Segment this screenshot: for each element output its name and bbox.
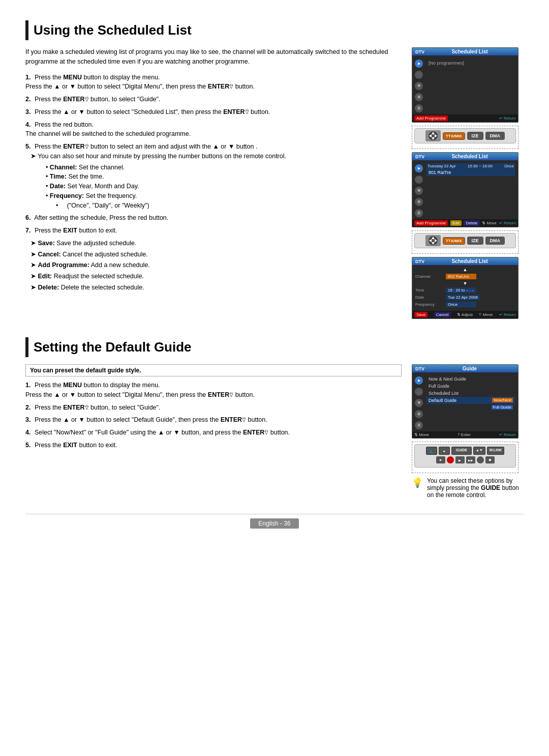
step-7-bold1: EXIT (63, 227, 77, 234)
dtv-s2-move: ⇅ Move (482, 221, 497, 225)
dtv-screen1-return: ↵ Return (499, 116, 516, 121)
step-2-num: 2. (25, 96, 30, 103)
step-5-sub1: Channel: Set the channel. (46, 163, 402, 172)
svg-point-5 (432, 134, 435, 137)
dtv-screen2-title: Scheduled List (451, 154, 487, 159)
remote-btn-wlink: W.LINK (487, 447, 505, 455)
dtv-s4-item3: Scheduled List (426, 390, 515, 397)
section1-right: DTV Scheduled List ▶ 🎵 ⚒ ⚙ ☰ [No program… (412, 47, 524, 322)
dtv-screen2-footer: Add Programme Edit Delete ⇅ Move ↵ Retur… (412, 219, 518, 227)
step-5-num: 5. (25, 143, 30, 150)
dtv-screen4-footer: ⇅ Move ⍢ Enter ↵ Return (412, 431, 518, 438)
remote-btn-ize2: IZE (467, 237, 483, 245)
dtv-icon2: 🎵 (415, 71, 423, 79)
remote-misc1: ■ (436, 456, 445, 463)
step-5-bold1: ENTER (63, 143, 84, 150)
dtv-s3-channel-label: Channel (415, 274, 446, 279)
dtv-screen3-body: ▲ Channel 802 RaiUns ▼ Time 15 : 20 to –… (412, 265, 518, 311)
remote-misc2: ▶ (455, 456, 465, 463)
section2: Setting the Default Guide You can preset… (25, 337, 524, 499)
remote-strip1: TTX/MIX IZE DMA (414, 128, 516, 143)
dtv-s3-freq-label: Frequency (415, 302, 446, 307)
dtv-s2-icon3: ⚒ (415, 187, 423, 195)
dtv-screen4-dtv-label: DTV (415, 366, 424, 371)
dtv-screen1-sidebar: ▶ 🎵 ⚒ ⚙ ☰ (413, 57, 424, 112)
remote-strip3-container: 📺 ● GUIDE ▲▼ W.LINK ■ ▶ ▶▶ ⏹ (412, 442, 518, 473)
s2-step-3-num: 3. (25, 416, 30, 423)
dtv-screen4-titlebar: DTV Guide (412, 365, 518, 372)
dtv-s4-item2: Full Guide (426, 383, 515, 390)
dtv-s3-save-btn: Save (414, 312, 428, 317)
dtv-s4-icon2: 🎵 (415, 388, 423, 396)
section2-steps: 1. Press the MENU button to display the … (25, 381, 402, 450)
page-footer: English - 36 (25, 514, 524, 527)
section2-note: You can preset the default guide style. (25, 364, 402, 376)
dtv-screen2-titlebar: DTV Scheduled List (412, 153, 518, 160)
remote-btn-dma2: DMA (485, 237, 505, 245)
dtv-screen2: DTV Scheduled List ▶ 🎵 ⚒ ⚙ ☰ Tuesday 22 (412, 152, 518, 227)
s2-step-4: 4. Select "Now/Next" or "Full Guide" usi… (25, 428, 402, 438)
dtv-s3-up-arrow: ▲ (415, 267, 515, 272)
step-5-sub2: Time: Set the time. (46, 172, 402, 182)
dtv-s4-icon5: ☰ (415, 421, 423, 429)
dtv-s2-icon2: 🎵 (415, 176, 423, 184)
remote-misc3: ▶▶ (466, 456, 475, 463)
dtv-s3-freq-val: Once (446, 302, 476, 307)
dtv-screen4-body: ▶ 🎵 ⚒ ⚙ ☰ Now & Next Guide Full Guide Sc… (412, 372, 518, 431)
dtv-s3-date-label: Date (415, 295, 446, 300)
dtv-s3-down-arrow: ▼ (415, 281, 515, 286)
section1: Using the Scheduled List If you make a s… (25, 20, 524, 322)
dtv-icon5: ☰ (415, 104, 423, 112)
dtv-screen4: DTV Guide ▶ 🎵 ⚒ ⚙ ☰ Now & Next Guide Ful… (412, 364, 518, 439)
dtv-s3-field-time: Time 15 : 20 to – : – (415, 287, 515, 293)
dtv-s4-enter: ⍢ Enter (458, 432, 471, 437)
remote-btn-guide: GUIDE (451, 447, 472, 455)
dtv-s4-move: ⇅ Move (414, 432, 429, 437)
dtv-s4-nowext-val: Now/Next (492, 398, 513, 402)
dtv-s3-time-label: Time (415, 288, 446, 293)
dtv-s2-icon4: ⚙ (415, 198, 423, 206)
section1-intro: If you make a scheduled viewing list of … (25, 47, 402, 67)
step-1: 1. Press the MENU button to display the … (25, 73, 402, 92)
dtv-screen1-footer: Add Programme ↵ Return (412, 114, 518, 122)
s2-step-1: 1. Press the MENU button to display the … (25, 381, 402, 400)
step-1-bold2: ENTER (208, 83, 229, 90)
info-tip-text: You can select these options by simply p… (427, 477, 524, 499)
step-6: 6. After setting the schedule, Press the… (25, 213, 402, 223)
section2-title: Setting the Default Guide (34, 339, 518, 355)
dtv-s4-fullguide-row: Full Guide (426, 404, 515, 411)
s2-step-4-num: 4. (25, 429, 30, 436)
dtv-s3-return: ↵ Return (499, 312, 516, 317)
remote-dpad-icon2 (425, 235, 441, 246)
dtv-screen4-title: Guide (463, 366, 477, 371)
s2-step-5: 5. Press the EXIT button to exit. (25, 441, 402, 450)
dtv-s3-adjust: ⇅ Adjust (457, 312, 473, 317)
dtv-s4-item4: Default Guide Now/Next (426, 397, 515, 404)
dtv-screen1-noprog: [No programmes] (426, 59, 515, 68)
arrow-item-edit: Edit: Readjust the selected schedule. (30, 272, 402, 281)
dtv-s2-delete-btn: Delete (464, 220, 479, 226)
step-3: 3. Press the ▲ or ▼ button to select "Sc… (25, 107, 402, 117)
dtv-s4-fullguide-val: Full Guide (492, 405, 513, 410)
step-5-subitems: Channel: Set the channel. Time: Set the … (30, 163, 402, 211)
step-3-num: 3. (25, 108, 30, 115)
remote-btn-ttxmix2: TTX/MIX (443, 237, 465, 245)
section2-right: DTV Guide ▶ 🎵 ⚒ ⚙ ☰ Now & Next Guide Ful… (412, 364, 524, 499)
dtv-s4-icon1: ▶ (415, 376, 423, 385)
dtv-screen2-main: Tuesday 22 Apr 15:30 ~ 16:00 Once 801 Ra… (424, 162, 517, 217)
dtv-screen2-body: ▶ 🎵 ⚒ ⚙ ☰ Tuesday 22 Apr 15:30 ~ 16:00 O… (412, 160, 518, 219)
step-5-arrow: You can also set hour and minute by pres… (25, 152, 402, 211)
section2-content: You can preset the default guide style. … (25, 364, 524, 499)
remote-row1: 📺 ● GUIDE ▲▼ W.LINK (417, 447, 513, 455)
dtv-screen4-sidebar: ▶ 🎵 ⚒ ⚙ ☰ (413, 374, 424, 429)
step-5-arrow-item: You can also set hour and minute by pres… (30, 152, 402, 211)
dtv-s3-cancel-btn: Cancel (434, 312, 451, 317)
step-7-num: 7. (25, 227, 30, 234)
arrow-item-add: Add Programme: Add a new schedule. (30, 260, 402, 270)
remote-btn-arrow-set: ▲▼ (473, 447, 485, 455)
dtv-s2-return: ↵ Return (499, 221, 516, 225)
step-5-sub5: ("Once", "Daily", or "Weekly") (46, 201, 402, 211)
step-1-bold1: MENU (63, 74, 82, 81)
remote-dpad-icon1 (425, 130, 441, 141)
step-2: 2. Press the ENTER⍢ button, to select "G… (25, 95, 402, 104)
